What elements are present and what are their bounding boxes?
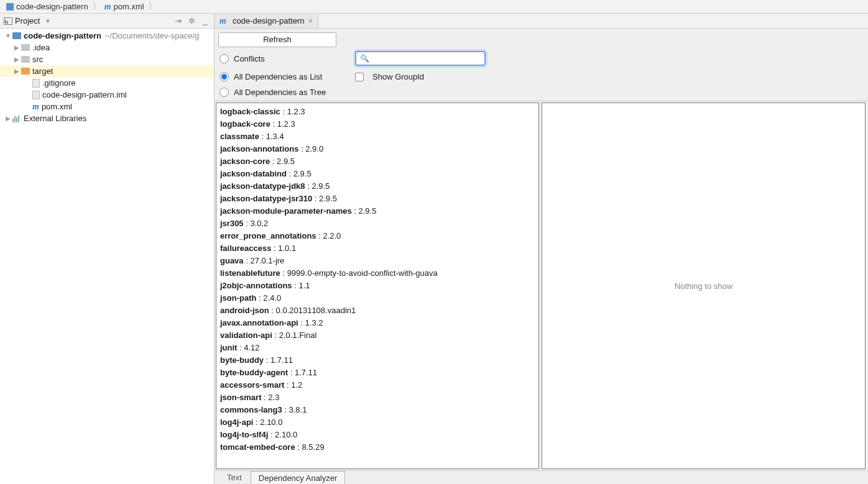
- tab-dependency-analyzer[interactable]: Dependency Analyzer: [251, 471, 345, 484]
- tree-folder-target[interactable]: target: [0, 65, 214, 77]
- dependency-version: : 1.2.3: [270, 119, 295, 129]
- dependency-name: logback-core: [220, 119, 270, 129]
- module-icon: [6, 3, 14, 11]
- dependency-row[interactable]: accessors-smart : 1.2: [220, 379, 535, 391]
- collapse-all-icon[interactable]: ⇥: [173, 16, 183, 25]
- tree-file-gitignore[interactable]: .gitignore: [0, 77, 214, 89]
- dependency-row[interactable]: jackson-databind : 2.9.5: [220, 168, 535, 180]
- dependency-row[interactable]: android-json : 0.0.20131108.vaadin1: [220, 304, 535, 317]
- radio-tree[interactable]: All Dependencies as Tree: [219, 88, 350, 97]
- dependency-row[interactable]: jackson-datatype-jdk8 : 2.9.5: [220, 180, 535, 193]
- dependency-name: jackson-datatype-jsr310: [220, 194, 312, 203]
- dependency-version: : 1.2.3: [280, 107, 305, 116]
- dependency-name: accessors-smart: [220, 380, 284, 390]
- empty-message: Nothing to show: [675, 281, 732, 291]
- dependency-row[interactable]: j2objc-annotations : 1.1: [220, 280, 535, 292]
- dependency-version: : 3.8.1: [282, 405, 307, 414]
- dependency-row[interactable]: classmate : 1.3.4: [220, 130, 535, 143]
- checkbox-show-groupid[interactable]: Show GroupId: [355, 72, 863, 81]
- expand-arrow-icon[interactable]: [5, 32, 11, 39]
- dependency-row[interactable]: javax.annotation-api : 1.3.2: [220, 317, 535, 329]
- dependency-version: : 1.2: [284, 380, 302, 390]
- dependency-row[interactable]: validation-api : 2.0.1.Final: [220, 329, 535, 342]
- tree-file-pom[interactable]: m pom.xml: [0, 101, 214, 112]
- dependency-name: jackson-annotations: [220, 144, 298, 153]
- dependency-name: byte-buddy-agent: [220, 368, 288, 377]
- dependency-row[interactable]: jackson-datatype-jsr310 : 2.9.5: [220, 193, 535, 205]
- dependency-version: : 3.0.2: [244, 219, 269, 228]
- search-icon: 🔍: [360, 54, 369, 63]
- dependency-name: failureaccess: [220, 244, 271, 253]
- tree-file-iml[interactable]: code-design-pattern.iml: [0, 89, 214, 101]
- tab-pom[interactable]: m code-design-pattern ×: [215, 14, 318, 28]
- dependency-name: jackson-datatype-jdk8: [220, 181, 305, 191]
- refresh-button[interactable]: Refresh: [218, 32, 336, 47]
- expand-arrow-icon[interactable]: [14, 68, 20, 75]
- project-tree[interactable]: code-design-pattern ~/Documents/dev-spac…: [0, 29, 214, 484]
- dependency-version: : 8.5.29: [295, 442, 325, 452]
- dependency-row[interactable]: log4j-to-slf4j : 2.10.0: [220, 429, 535, 441]
- tree-external-libs[interactable]: External Libraries: [0, 112, 214, 124]
- project-title: Project: [15, 16, 40, 25]
- dependency-name: logback-classic: [220, 107, 280, 116]
- project-header: Project ▼ ⇥ ✲ ⎯: [0, 14, 214, 29]
- tree-root[interactable]: code-design-pattern ~/Documents/dev-spac…: [0, 30, 214, 42]
- tree-folder-src[interactable]: src: [0, 53, 214, 65]
- radio-list[interactable]: All Dependencies as List: [219, 72, 350, 81]
- dependency-row[interactable]: guava : 27.0.1-jre: [220, 255, 535, 267]
- dependency-row[interactable]: json-path : 2.4.0: [220, 292, 535, 304]
- breadcrumb-file[interactable]: m pom.xml: [102, 2, 147, 12]
- maven-icon: m: [32, 102, 39, 112]
- expand-arrow-icon[interactable]: [14, 44, 20, 51]
- breadcrumb-file-label: pom.xml: [114, 2, 144, 11]
- dependency-version: : 9999.0-empty-to-avoid-conflict-with-gu…: [280, 268, 438, 278]
- dependency-version: : 2.0.1.Final: [272, 331, 317, 340]
- editor-bottom-tabs: Text Dependency Analyzer: [215, 470, 868, 484]
- editor-area: m code-design-pattern × Refresh Conflict…: [215, 14, 868, 484]
- dependency-name: json-path: [220, 293, 257, 303]
- dependency-version: : 2.9.5: [352, 206, 377, 216]
- expand-arrow-icon[interactable]: [5, 115, 11, 122]
- libraries-icon: [12, 115, 21, 122]
- dependency-row[interactable]: listenablefuture : 9999.0-empty-to-avoid…: [220, 267, 535, 280]
- maven-icon: m: [219, 16, 226, 26]
- dependency-row[interactable]: commons-lang3 : 3.8.1: [220, 404, 535, 416]
- dependency-row[interactable]: logback-classic : 1.2.3: [220, 106, 535, 118]
- dependency-row[interactable]: jackson-core : 2.9.5: [220, 155, 535, 168]
- dependency-row[interactable]: byte-buddy : 1.7.11: [220, 354, 535, 367]
- editor-tabs: m code-design-pattern ×: [215, 14, 868, 29]
- hide-icon[interactable]: ⎯: [200, 16, 210, 25]
- project-view-icon: [4, 17, 12, 25]
- gear-icon[interactable]: ✲: [187, 16, 196, 25]
- dependency-row[interactable]: log4j-api : 2.10.0: [220, 416, 535, 429]
- dependency-version: : 2.10.0: [253, 418, 282, 427]
- dependency-row[interactable]: tomcat-embed-core : 8.5.29: [220, 441, 535, 454]
- dependency-row[interactable]: logback-core : 1.2.3: [220, 118, 535, 130]
- dependency-row[interactable]: jsr305 : 3.0.2: [220, 217, 535, 230]
- dependency-version: : 2.9.0: [298, 144, 323, 153]
- dependency-version: : 1.1: [292, 281, 310, 290]
- file-icon: [32, 79, 40, 88]
- dependency-version: : 2.2.0: [316, 231, 341, 240]
- tree-folder-idea[interactable]: .idea: [0, 42, 214, 53]
- dependency-row[interactable]: junit : 4.12: [220, 342, 535, 354]
- dependency-row[interactable]: error_prone_annotations : 2.2.0: [220, 230, 535, 242]
- expand-arrow-icon[interactable]: [14, 56, 20, 63]
- search-input[interactable]: [372, 54, 481, 63]
- dependency-row[interactable]: byte-buddy-agent : 1.7.11: [220, 367, 535, 379]
- file-icon: [32, 91, 40, 99]
- dependency-list[interactable]: logback-classic : 1.2.3logback-core : 1.…: [216, 103, 539, 469]
- tab-text[interactable]: Text: [219, 471, 249, 484]
- dependency-row[interactable]: jackson-annotations : 2.9.0: [220, 143, 535, 155]
- dependency-row[interactable]: failureaccess : 1.0.1: [220, 242, 535, 255]
- radio-conflicts[interactable]: Conflicts: [219, 54, 350, 63]
- search-field[interactable]: 🔍: [355, 51, 486, 66]
- dependency-version: : 2.10.0: [268, 430, 297, 439]
- dependency-row[interactable]: jackson-module-parameter-names : 2.9.5: [220, 205, 535, 217]
- dependency-version: : 1.3.4: [259, 132, 284, 141]
- breadcrumb-project[interactable]: code-design-pattern: [4, 2, 91, 11]
- chevron-down-icon[interactable]: ▼: [45, 18, 50, 24]
- close-icon[interactable]: ×: [308, 16, 313, 25]
- dependency-version: : 2.4.0: [257, 293, 282, 303]
- dependency-row[interactable]: json-smart : 2.3: [220, 391, 535, 404]
